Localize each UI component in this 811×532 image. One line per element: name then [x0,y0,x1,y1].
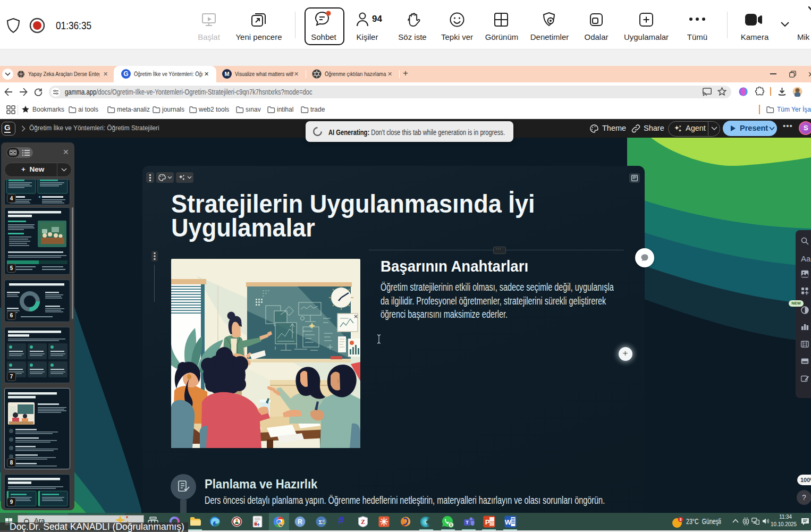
svg-text:α: α [323,519,325,522]
svg-text:W: W [505,518,512,526]
svg-text:Z: Z [361,518,365,526]
svg-text:Σ: Σ [318,519,322,525]
svg-text:G: G [123,70,128,78]
svg-text:M: M [224,71,229,77]
svg-text:3: 3 [680,518,682,521]
svg-text:1: 1 [450,522,452,527]
svg-text:P: P [485,518,490,526]
svg-text:R: R [298,518,302,526]
svg-text:T: T [466,520,469,525]
